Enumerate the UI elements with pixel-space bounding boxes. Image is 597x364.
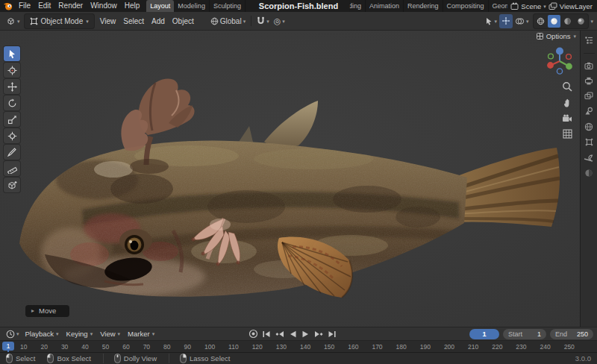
prev-keyframe-button[interactable] xyxy=(275,330,284,338)
play-button[interactable] xyxy=(301,330,310,338)
show-overlays-toggle[interactable]: ▾ xyxy=(513,14,531,28)
tool-scale[interactable] xyxy=(4,112,20,127)
play-reverse-button[interactable] xyxy=(289,330,297,338)
expand-arrow-icon: ▸ xyxy=(31,307,34,314)
viewport-menu-item[interactable]: Add xyxy=(148,12,169,31)
object-mode-icon xyxy=(30,17,38,25)
tool-move[interactable] xyxy=(4,79,20,94)
tool-select-box[interactable] xyxy=(4,46,20,61)
frame-tick-label: 130 xyxy=(276,343,287,351)
auto-keying-toggle[interactable] xyxy=(246,327,260,341)
timeline-menu-item[interactable]: Marker▾ xyxy=(124,330,158,338)
clock-icon xyxy=(6,330,15,339)
topbar-menu-item[interactable]: Help xyxy=(121,0,144,12)
material-props-icon[interactable] xyxy=(584,169,593,178)
viewport-menu-item[interactable]: View xyxy=(96,12,120,31)
topbar-menu-item[interactable]: Edit xyxy=(34,0,54,12)
timeline-header: ▾ Playback▾Keying▾View▾Marker▾ 1 xyxy=(0,327,597,340)
timeline-editor-type-button[interactable]: ▾ xyxy=(4,327,22,341)
workspace-tab[interactable]: Modeling xyxy=(174,0,210,12)
show-gizmo-toggle[interactable] xyxy=(499,14,513,28)
jump-to-start-button[interactable] xyxy=(262,330,271,338)
status-hints: Select Box Select xyxy=(6,354,242,363)
shading-material-button[interactable] xyxy=(561,15,574,28)
workspace-tab[interactable]: Animation xyxy=(366,0,404,12)
frame-start-field[interactable]: Start1 xyxy=(503,329,546,339)
shading-solid-button[interactable] xyxy=(548,15,560,28)
world-props-icon[interactable] xyxy=(584,122,593,131)
editor-type-button[interactable]: ▾ xyxy=(4,14,22,28)
proportional-editing-toggle[interactable]: ◎ ▾ xyxy=(272,14,287,28)
tool-rotate[interactable] xyxy=(4,95,20,110)
gizmo-toggle-icon xyxy=(501,16,510,25)
snap-toggle[interactable]: ▾ xyxy=(254,14,272,28)
workspace-tab[interactable]: Sculpting xyxy=(210,0,246,12)
blender-logo-icon[interactable] xyxy=(3,1,13,11)
shading-rendered-button[interactable] xyxy=(575,15,587,28)
timeline-ruler[interactable]: 1 10203040506070809010011012013014015016… xyxy=(0,340,597,352)
pan-hand-icon[interactable] xyxy=(563,98,572,108)
operator-panel[interactable]: ▸ Move xyxy=(25,305,69,317)
viewport-editor-icon xyxy=(6,16,16,26)
status-hint: Dolly View xyxy=(103,354,157,363)
outliner-tab-icon[interactable] xyxy=(584,36,593,45)
workspace-tab[interactable]: Geometry Nodes xyxy=(489,0,508,12)
workspace-tab[interactable]: Compositing xyxy=(443,0,489,12)
scene-props-icon[interactable] xyxy=(584,107,593,116)
topbar-menu-item[interactable]: Window xyxy=(87,0,121,12)
chevron-down-icon: ▾ xyxy=(16,331,19,336)
chevron-down-icon: ▾ xyxy=(573,34,576,39)
camera-view-icon[interactable] xyxy=(562,114,572,123)
transform-orientation-dropdown[interactable]: Global ▾ xyxy=(208,14,248,28)
scene-selector[interactable]: Scene▾ xyxy=(510,2,546,10)
tool-transform[interactable] xyxy=(4,128,20,143)
tool-add-cube[interactable] xyxy=(4,178,20,192)
shading-wireframe-button[interactable] xyxy=(534,15,547,28)
object-visibility-dropdown[interactable]: ▾ xyxy=(483,14,499,28)
frame-tick-label: 240 xyxy=(540,343,551,351)
timeline-editor: ▾ Playback▾Keying▾View▾Marker▾ 1 xyxy=(0,327,597,352)
viewport-menu-item[interactable]: Select xyxy=(119,12,148,31)
tool-measure[interactable] xyxy=(4,161,20,176)
object-props-icon[interactable] xyxy=(585,138,593,146)
render-props-icon[interactable] xyxy=(584,62,593,70)
workspace-tab[interactable]: Layout xyxy=(146,0,174,12)
viewlayer-props-icon[interactable] xyxy=(584,92,593,100)
tool-annotate[interactable] xyxy=(4,145,20,160)
rendered-sphere-icon xyxy=(577,17,585,25)
scene-group: Scene▾ ViewLayer xyxy=(507,2,597,10)
navigation-gizmo[interactable] xyxy=(545,46,575,79)
viewlayer-selector[interactable]: ViewLayer xyxy=(548,2,593,10)
timeline-menu-item[interactable]: Playback▾ xyxy=(22,330,63,338)
ortho-grid-icon[interactable] xyxy=(563,129,572,139)
topbar: FileEditRenderWindowHelp LayoutModelingS… xyxy=(0,0,597,12)
chevron-down-icon: ▾ xyxy=(243,19,246,24)
status-hint: Select xyxy=(6,354,35,363)
mouse-button-icon xyxy=(6,354,13,363)
frame-end-field[interactable]: End250 xyxy=(550,329,593,339)
frame-tick-label: 80 xyxy=(163,343,170,351)
workspace-tab[interactable]: Rendering xyxy=(404,0,443,12)
next-keyframe-button[interactable] xyxy=(314,330,323,338)
timeline-menus: Playback▾Keying▾View▾Marker▾ xyxy=(22,330,159,338)
gizmo-y-axis xyxy=(566,63,572,70)
mode-dropdown[interactable]: Object Mode ▾ xyxy=(25,14,94,28)
modifier-props-icon[interactable] xyxy=(584,153,593,162)
options-dropdown[interactable]: Options ▾ xyxy=(537,32,576,40)
viewport-menu-item[interactable]: Object xyxy=(169,12,198,31)
jump-to-end-button[interactable] xyxy=(328,330,337,338)
topbar-menu-item[interactable]: Render xyxy=(54,0,87,12)
tool-cursor[interactable] xyxy=(4,63,20,78)
mouse-button-icon xyxy=(180,354,187,363)
topbar-menu-item[interactable]: File xyxy=(15,0,34,12)
cursor-crosshair-icon xyxy=(7,66,17,75)
fish-model[interactable] xyxy=(0,31,580,327)
viewport-3d[interactable]: Options ▾ xyxy=(0,31,580,327)
output-props-icon[interactable] xyxy=(584,77,593,85)
zoom-icon[interactable] xyxy=(562,81,572,92)
current-frame-field[interactable]: 1 xyxy=(469,329,499,339)
frame-tick-label: 160 xyxy=(348,343,358,351)
playhead-badge[interactable]: 1 xyxy=(2,342,14,351)
timeline-menu-item[interactable]: View▾ xyxy=(96,330,124,338)
timeline-menu-item[interactable]: Keying▾ xyxy=(63,330,97,338)
